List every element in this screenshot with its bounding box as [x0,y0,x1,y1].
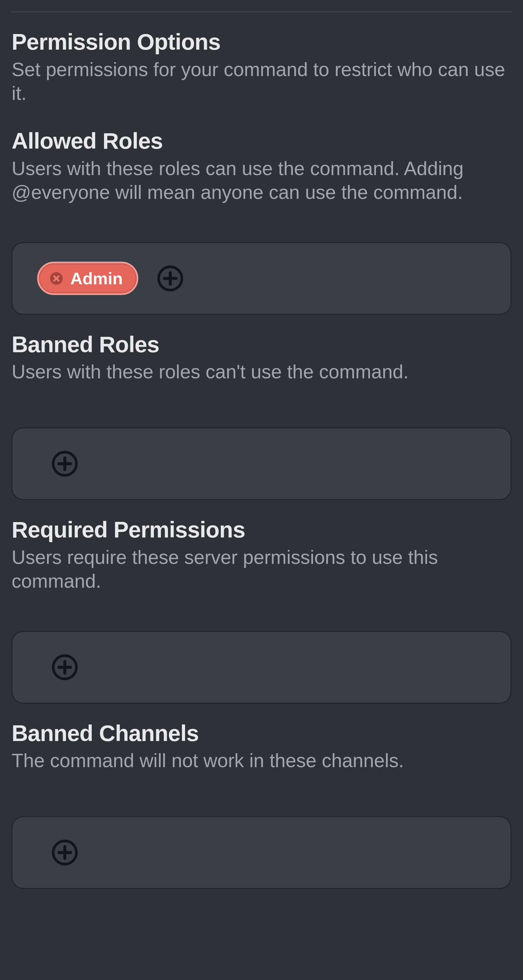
banned-roles-desc: Users with these roles can't use the com… [12,360,511,384]
banned-roles-section: Banned Roles Users with these roles can'… [12,332,511,500]
role-chip-label: Admin [70,269,123,288]
permission-options-title: Permission Options [12,30,511,54]
banned-channels-desc: The command will not work in these chann… [12,749,511,773]
banned-channels-section: Banned Channels The command will not wor… [12,721,511,889]
top-divider [10,12,513,12]
plus-circle-icon[interactable] [50,838,79,867]
required-permissions-title: Required Permissions [12,517,511,542]
banned-channels-title: Banned Channels [12,721,511,746]
plus-circle-icon[interactable] [156,264,185,293]
permission-options-desc: Set permissions for your command to rest… [12,57,511,105]
banned-roles-input[interactable] [12,428,511,500]
allowed-roles-title: Allowed Roles [12,129,511,154]
allowed-roles-desc: Users with these roles can use the comma… [12,156,511,204]
allowed-roles-section: Allowed Roles Users with these roles can… [12,129,511,315]
banned-roles-title: Banned Roles [12,332,511,357]
plus-circle-icon[interactable] [50,653,79,682]
required-permissions-input[interactable] [12,631,511,703]
permission-options-header: Permission Options Set permissions for y… [12,30,511,105]
required-permissions-section: Required Permissions Users require these… [12,517,511,703]
required-permissions-desc: Users require these server permissions t… [12,545,511,593]
x-circle-icon[interactable] [48,270,65,287]
banned-channels-input[interactable] [12,816,511,889]
allowed-roles-input[interactable]: Admin [12,242,511,315]
plus-circle-icon[interactable] [50,449,79,478]
role-chip-admin[interactable]: Admin [37,262,138,295]
